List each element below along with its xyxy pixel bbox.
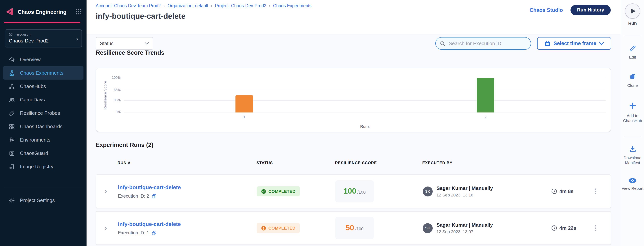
column-header: STATUS xyxy=(256,161,273,165)
module-grid-icon[interactable] xyxy=(76,8,82,15)
run-name-link[interactable]: infy-boutique-cart-delete xyxy=(118,184,181,190)
main-content: Status Select time frame Resilience xyxy=(86,34,621,246)
breadcrumb-link[interactable]: Chaos Experiments xyxy=(273,3,312,8)
project-selector[interactable]: PROJECT Chaos-Dev-Prod2 › xyxy=(4,29,82,47)
run-button[interactable]: Run xyxy=(621,3,644,26)
registry-icon xyxy=(8,163,15,170)
y-axis-tick: 35% xyxy=(106,98,120,102)
breadcrumb: Account: Chaos Dev Team Prod2›Organizati… xyxy=(96,3,312,8)
avatar: SK xyxy=(423,186,433,196)
view-report-button[interactable]: View Report xyxy=(621,178,644,191)
edit-button[interactable]: Edit xyxy=(621,45,644,59)
x-axis-tick: 1 xyxy=(243,115,246,119)
chevron-down-icon xyxy=(145,42,149,45)
download-manifest-button[interactable]: Download Manifest xyxy=(621,145,644,165)
sidebar-item-project-settings[interactable]: Project Settings xyxy=(3,194,84,207)
calendar-icon xyxy=(544,40,550,46)
time-frame-button[interactable]: Select time frame xyxy=(537,37,611,50)
chart-gridline xyxy=(124,78,606,78)
executed-by: SK Sagar Kumar | Manually 12 Sep 2023, 1… xyxy=(423,185,493,197)
status-filter-dropdown[interactable]: Status xyxy=(96,37,153,50)
status-filter-label: Status xyxy=(100,41,145,46)
sidebar-item-overview[interactable]: Overview xyxy=(3,53,84,66)
run-duration: 4m 22s xyxy=(551,225,576,231)
sidebar-nav-footer: Project Settings xyxy=(0,194,86,207)
chart-gridline xyxy=(124,112,606,112)
environment-icon xyxy=(8,136,15,143)
eye-icon xyxy=(628,178,637,184)
sidebar-item-chaos-dashboards[interactable]: Chaos Dashboards xyxy=(3,120,84,133)
column-header: RESILIENCE SCORE xyxy=(335,161,377,165)
breadcrumb-link[interactable]: Account: Chaos Dev Team Prod2 xyxy=(96,3,161,8)
play-icon[interactable] xyxy=(625,3,640,19)
time-frame-label: Select time frame xyxy=(554,40,596,46)
sidebar-divider xyxy=(4,188,83,188)
copy-icon[interactable] xyxy=(152,194,157,199)
x-axis-title: Runs xyxy=(360,124,370,129)
breadcrumb-separator: › xyxy=(164,3,165,8)
clone-button[interactable]: Clone xyxy=(621,73,644,88)
sidebar-item-gamedays[interactable]: GameDays xyxy=(3,93,84,106)
chaos-studio-link[interactable]: Chaos Studio xyxy=(530,7,563,13)
y-axis-tick: 100% xyxy=(106,76,120,80)
y-axis-tick: 65% xyxy=(106,88,120,92)
run-row[interactable]: › infy-boutique-cart-delete Execution ID… xyxy=(96,211,611,245)
chart-bar[interactable] xyxy=(236,95,253,112)
resilience-trend-chart: Resilience Score Runs 0% 35% 65% 100% 1 … xyxy=(96,68,611,132)
chart-bar[interactable] xyxy=(477,78,494,112)
left-sidebar: Chaos Engineering PROJECT Chaos-Dev-Prod… xyxy=(0,0,86,246)
copy-icon[interactable] xyxy=(152,230,157,235)
clone-icon xyxy=(628,73,636,81)
guard-icon xyxy=(8,150,15,157)
sidebar-item-resilience-probes[interactable]: Resilience Probes xyxy=(3,106,84,120)
executed-by: SK Sagar Kumar | Manually 12 Sep 2023, 1… xyxy=(423,222,493,234)
sidebar-item-environments[interactable]: Environments xyxy=(3,133,84,147)
download-icon xyxy=(628,145,636,153)
gear-icon xyxy=(8,197,15,204)
breadcrumb-link[interactable]: Organization: default xyxy=(168,3,208,8)
expand-chevron-icon[interactable]: › xyxy=(104,224,107,232)
rail-divider xyxy=(624,36,641,36)
runs-table-header: RUN #STATUSRESILIENCE SCOREEXECUTED BY xyxy=(96,161,611,166)
runs-title: Experiment Runs (2) xyxy=(96,142,153,148)
execution-id: Execution ID: 2 xyxy=(118,193,149,199)
sidebar-item-chaoshubs[interactable]: ChaosHubs xyxy=(3,80,84,93)
chevron-right-icon: › xyxy=(76,35,78,42)
sidebar-item-chaosguard[interactable]: ChaosGuard xyxy=(3,147,84,160)
resilience-score: 50 /100 xyxy=(336,217,374,239)
flask-icon xyxy=(8,69,15,76)
sidebar-item-image-registry[interactable]: Image Registry xyxy=(3,160,84,173)
rail-divider xyxy=(624,137,641,137)
chaos-engineering-app: Chaos Engineering PROJECT Chaos-Dev-Prod… xyxy=(0,0,644,246)
clock-icon xyxy=(551,225,557,231)
pencil-icon xyxy=(629,45,636,52)
chart-gridline xyxy=(124,100,606,100)
y-axis-title: Resilience Score xyxy=(104,81,107,110)
run-history-button[interactable]: Run History xyxy=(570,5,611,15)
search-box xyxy=(435,37,531,50)
gamedays-icon xyxy=(8,96,15,103)
harness-chaos-logo-icon xyxy=(4,7,14,16)
run-duration: 4m 8s xyxy=(551,188,574,194)
plus-icon xyxy=(628,102,636,110)
sidebar-item-chaos-experiments[interactable]: Chaos Experiments xyxy=(3,66,84,80)
breadcrumb-separator: › xyxy=(269,3,270,8)
product-name: Chaos Engineering xyxy=(18,8,72,15)
hub-icon xyxy=(8,83,15,90)
breadcrumb-link[interactable]: Project: Chaos-Dev-Prod2 xyxy=(215,3,266,8)
kebab-menu-button[interactable] xyxy=(593,223,598,234)
run-name-link[interactable]: infy-boutique-cart-delete xyxy=(118,221,181,227)
expand-chevron-icon[interactable]: › xyxy=(104,187,107,196)
kebab-menu-button[interactable] xyxy=(593,186,598,197)
execution-id: Execution ID: 1 xyxy=(118,230,149,236)
exclamation-circle-icon xyxy=(261,226,266,231)
search-input[interactable] xyxy=(448,40,526,47)
add-to-chaoshub-button[interactable]: Add to ChaosHub xyxy=(621,102,644,123)
column-header: EXECUTED BY xyxy=(422,161,452,165)
run-row[interactable]: › infy-boutique-cart-delete Execution ID… xyxy=(96,175,611,208)
project-label: PROJECT xyxy=(14,33,32,36)
page-header: Account: Chaos Dev Team Prod2›Organizati… xyxy=(86,0,621,34)
avatar: SK xyxy=(423,223,433,233)
y-axis-tick: 0% xyxy=(106,110,120,114)
view-report-label: View Report xyxy=(622,186,644,191)
